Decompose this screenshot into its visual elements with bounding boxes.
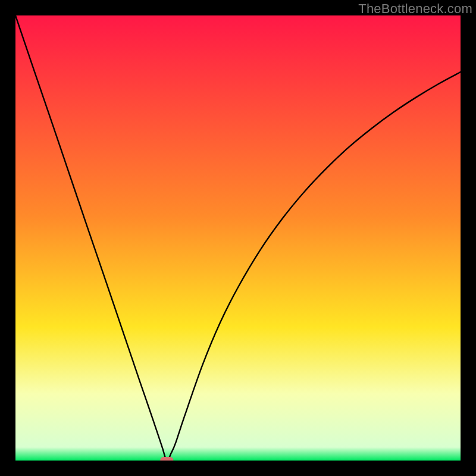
bottleneck-chart xyxy=(15,15,461,461)
svg-rect-0 xyxy=(160,457,173,461)
minimum-marker xyxy=(160,457,173,461)
watermark-text: TheBottleneck.com xyxy=(358,1,472,17)
chart-frame xyxy=(15,15,461,461)
chart-background xyxy=(15,15,461,461)
